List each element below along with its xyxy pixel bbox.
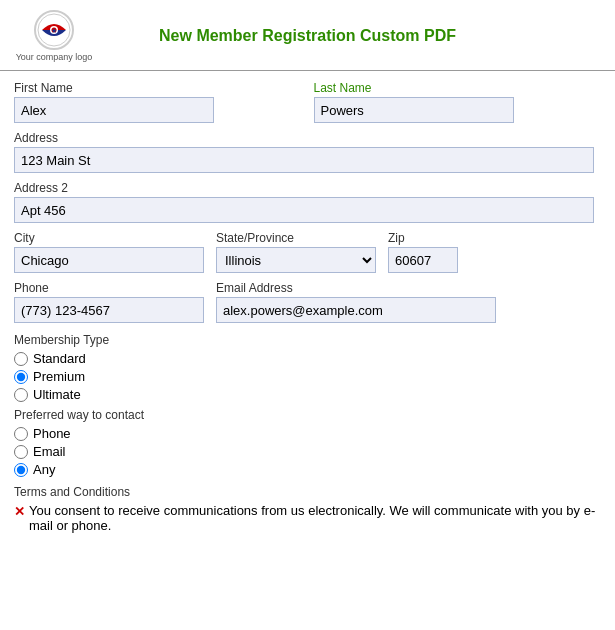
city-state-zip-row: City State/Province AlabamaAlaskaArizona… [14,231,601,273]
last-name-group: Last Name [314,81,602,123]
membership-premium-radio[interactable] [14,370,28,384]
email-group: Email Address [216,281,496,323]
address2-group: Address 2 [14,181,601,223]
header: ★ Your company logo New Member Registrat… [0,0,615,71]
terms-label: Terms and Conditions [14,485,601,499]
address2-label: Address 2 [14,181,601,195]
preferred-section: Preferred way to contact Phone Email Any [14,408,601,477]
terms-content: ✕ You consent to receive communications … [14,503,601,533]
last-name-input[interactable] [314,97,514,123]
address-input[interactable] [14,147,594,173]
address2-input[interactable] [14,197,594,223]
logo-area: ★ Your company logo [14,10,94,62]
city-group: City [14,231,204,273]
membership-radio-group: Standard Premium Ultimate [14,351,601,402]
city-label: City [14,231,204,245]
email-label: Email Address [216,281,496,295]
preferred-any-radio[interactable] [14,463,28,477]
phone-label: Phone [14,281,204,295]
state-group: State/Province AlabamaAlaskaArizonaArkan… [216,231,376,273]
address-group: Address [14,131,601,173]
state-select[interactable]: AlabamaAlaskaArizonaArkansasCaliforniaCo… [216,247,376,273]
terms-text: You consent to receive communications fr… [29,503,601,533]
address-label: Address [14,131,601,145]
first-name-label: First Name [14,81,302,95]
company-logo: ★ [34,10,74,50]
zip-group: Zip [388,231,458,273]
state-label: State/Province [216,231,376,245]
membership-ultimate-radio[interactable] [14,388,28,402]
phone-email-row: Phone Email Address [14,281,601,323]
membership-standard[interactable]: Standard [14,351,601,366]
preferred-phone[interactable]: Phone [14,426,601,441]
first-name-input[interactable] [14,97,214,123]
last-name-label: Last Name [314,81,602,95]
preferred-radio-group: Phone Email Any [14,426,601,477]
city-input[interactable] [14,247,204,273]
preferred-email[interactable]: Email [14,444,601,459]
terms-x-icon: ✕ [14,504,25,519]
page-title: New Member Registration Custom PDF [94,27,521,45]
preferred-email-radio[interactable] [14,445,28,459]
membership-premium[interactable]: Premium [14,369,601,384]
terms-section: Terms and Conditions ✕ You consent to re… [14,485,601,533]
preferred-phone-radio[interactable] [14,427,28,441]
form-area: First Name Last Name Address Address 2 C… [0,71,615,547]
preferred-label: Preferred way to contact [14,408,601,422]
membership-standard-radio[interactable] [14,352,28,366]
name-row: First Name Last Name [14,81,601,123]
email-input[interactable] [216,297,496,323]
logo-label: Your company logo [16,52,93,62]
zip-input[interactable] [388,247,458,273]
phone-input[interactable] [14,297,204,323]
membership-ultimate[interactable]: Ultimate [14,387,601,402]
zip-label: Zip [388,231,458,245]
svg-text:★: ★ [51,27,57,34]
membership-label: Membership Type [14,333,601,347]
first-name-group: First Name [14,81,302,123]
phone-group: Phone [14,281,204,323]
preferred-any[interactable]: Any [14,462,601,477]
